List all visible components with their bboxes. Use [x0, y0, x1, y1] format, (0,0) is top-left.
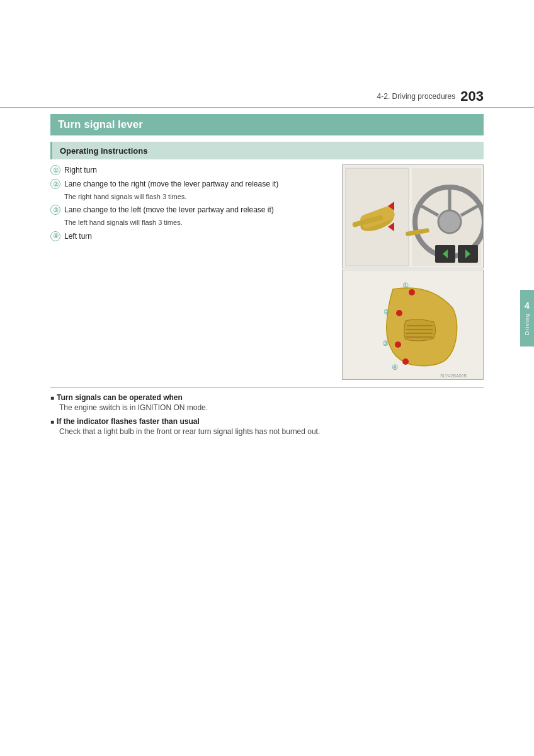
- svg-point-25: [395, 341, 401, 348]
- right-arrow-button[interactable]: [458, 245, 478, 263]
- content-right: ① ② ③ ④ SLY42BA00B: [342, 164, 484, 380]
- side-tab: 4 Driving: [520, 290, 534, 346]
- info-item-2: If the indicator flashes faster than usu…: [50, 417, 484, 437]
- svg-text:SLY42BA00B: SLY42BA00B: [440, 374, 467, 378]
- svg-point-27: [402, 358, 409, 365]
- left-arrow-button[interactable]: [435, 245, 455, 263]
- svg-point-21: [409, 289, 415, 295]
- sub-section-bar: Operating instructions: [50, 142, 484, 159]
- chapter-label: 4-2. Driving procedures: [377, 92, 456, 101]
- side-tab-content: 4 Driving: [524, 301, 530, 335]
- content-left: ① Right turn ② Lane change to the right …: [50, 164, 334, 380]
- svg-text:①: ①: [402, 282, 409, 289]
- list-number-4: ④: [50, 231, 60, 241]
- info-section: Turn signals can be operated when The en…: [50, 393, 484, 437]
- image-box-top: [342, 164, 484, 268]
- list-item-3: ③ Lane change to the left (move the leve…: [50, 204, 334, 215]
- list-number-3: ③: [50, 205, 60, 215]
- svg-point-9: [438, 210, 461, 233]
- page-header: 4-2. Driving procedures 203: [0, 88, 534, 108]
- lever-diagram: ① ② ③ ④ SLY42BA00B: [343, 270, 484, 380]
- svg-text:③: ③: [382, 340, 389, 347]
- info-body-1: The engine switch is in IGNITION ON mode…: [59, 402, 484, 413]
- arrow-buttons: [435, 245, 478, 263]
- list-number-2: ②: [50, 179, 60, 189]
- page-number: 203: [460, 88, 484, 105]
- side-tab-text: Driving: [524, 313, 530, 335]
- list-text-1: Right turn: [64, 164, 97, 176]
- main-content: Turn signal lever Operating instructions…: [0, 114, 534, 437]
- info-item-1: Turn signals can be operated when The en…: [50, 393, 484, 413]
- list-item-2: ② Lane change to the right (move the lev…: [50, 178, 334, 190]
- list-item-1: ① Right turn: [50, 164, 334, 176]
- image-box-bottom: ① ② ③ ④ SLY42BA00B: [342, 270, 484, 380]
- list-number-1: ①: [50, 165, 60, 175]
- sub-note-3: The left hand signals will flash 3 times…: [64, 218, 334, 227]
- svg-text:④: ④: [392, 364, 398, 371]
- page-container: 4-2. Driving procedures 203 Turn signal …: [0, 0, 534, 756]
- info-body-2: Check that a light bulb in the front or …: [59, 426, 484, 437]
- separator: [50, 387, 484, 388]
- info-title-2: If the indicator flashes faster than usu…: [50, 417, 484, 426]
- sub-note-2: The right hand signals will flash 3 time…: [64, 192, 334, 202]
- svg-marker-15: [465, 249, 470, 258]
- svg-text:②: ②: [383, 308, 390, 316]
- section-title: Turn signal lever: [58, 118, 143, 130]
- content-row: ① Right turn ② Lane change to the right …: [50, 164, 484, 380]
- side-tab-number: 4: [525, 301, 530, 311]
- list-text-3: Lane change to the left (move the lever …: [64, 204, 274, 215]
- list-text-2: Lane change to the right (move the lever…: [64, 178, 278, 190]
- svg-point-23: [396, 310, 402, 316]
- sub-section-title: Operating instructions: [60, 146, 147, 156]
- svg-marker-14: [443, 249, 448, 258]
- list-text-4: Left turn: [64, 231, 92, 242]
- top-space: [0, 0, 534, 88]
- info-title-1: Turn signals can be operated when: [50, 393, 484, 402]
- section-title-bar: Turn signal lever: [50, 114, 484, 135]
- list-item-4: ④ Left turn: [50, 231, 334, 242]
